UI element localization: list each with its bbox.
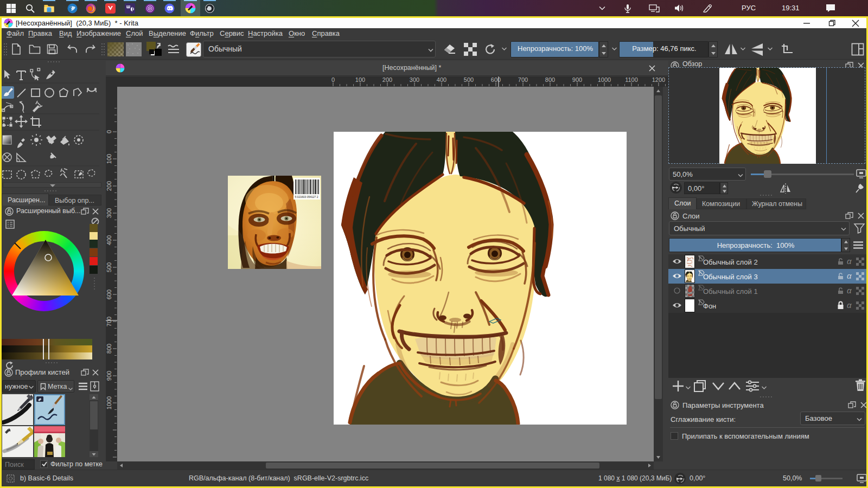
- svg-text:600: 600: [491, 76, 501, 83]
- svg-text:0: 0: [331, 76, 335, 83]
- svg-text:1000: 1000: [106, 396, 112, 409]
- svg-text:400: 400: [437, 76, 446, 83]
- svg-text:300: 300: [106, 208, 112, 218]
- svg-text:700: 700: [106, 317, 112, 326]
- svg-text:100: 100: [355, 76, 365, 83]
- svg-text:900: 900: [106, 371, 112, 381]
- svg-text:600: 600: [106, 290, 112, 299]
- svg-text:200: 200: [106, 181, 112, 191]
- svg-text:900: 900: [572, 76, 582, 83]
- svg-text:500: 500: [106, 262, 112, 272]
- svg-text:400: 400: [106, 235, 112, 245]
- svg-text:800: 800: [106, 344, 112, 354]
- svg-text:500: 500: [464, 76, 474, 83]
- svg-text:800: 800: [545, 76, 555, 83]
- svg-text:0: 0: [106, 130, 112, 133]
- svg-text:300: 300: [410, 76, 419, 83]
- svg-text:1100: 1100: [625, 76, 638, 83]
- svg-text:1000: 1000: [598, 76, 611, 83]
- svg-text:200: 200: [382, 76, 392, 83]
- svg-text:100: 100: [106, 154, 112, 164]
- svg-text:700: 700: [518, 76, 528, 83]
- svg-text:1200: 1200: [652, 76, 665, 83]
